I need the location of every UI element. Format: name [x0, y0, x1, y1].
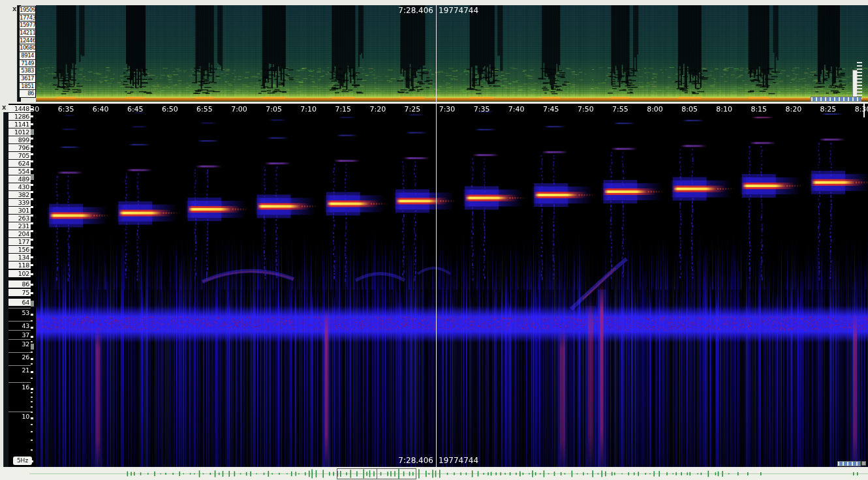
- spectrogram-top-canvas[interactable]: [36, 5, 868, 102]
- freq-label-main: 204: [8, 230, 31, 238]
- time-axis: 6:306:356:406:456:506:557:007:057:107:15…: [0, 104, 868, 115]
- time-tick-label: 7:35: [474, 104, 490, 114]
- freq-tick: [31, 215, 33, 217]
- freq-tick: [31, 138, 33, 140]
- playback-cursor-top: [436, 5, 437, 102]
- freq-label-top: 1851: [20, 83, 35, 91]
- freq-label-top: 10680: [20, 44, 35, 52]
- time-tick-label: 7:15: [335, 104, 351, 114]
- time-tick-label: 8:05: [681, 104, 698, 114]
- freq-label-top: 7149: [20, 60, 35, 68]
- freq-label-main: 705: [8, 152, 31, 160]
- freq-label-main: 796: [8, 144, 31, 152]
- freq-label-top: 5383: [20, 67, 35, 75]
- freq-tick: [31, 191, 33, 193]
- freq-label-main: 1012: [8, 128, 31, 136]
- freq-label-main: 177: [8, 238, 31, 246]
- freq-tick: [31, 273, 33, 275]
- waveform-overview-canvas[interactable]: [29, 468, 868, 479]
- freq-tick: [31, 358, 33, 360]
- view-window-box-main[interactable]: [377, 468, 416, 479]
- freq-tick: [31, 292, 33, 294]
- freq-tick: [31, 371, 33, 373]
- time-tick-label: 7:20: [369, 104, 386, 114]
- time-tick-label: 7:50: [578, 104, 594, 114]
- freq-tick: [31, 230, 33, 232]
- freq-label-top: 86: [20, 90, 35, 98]
- freq-tick: [31, 206, 33, 208]
- freq-tick: [31, 222, 33, 224]
- time-tick-label: 7:45: [543, 104, 559, 114]
- freq-tick: [31, 160, 33, 162]
- time-tick-label: 7:30: [439, 104, 456, 114]
- freq-label-main: 554: [8, 168, 31, 175]
- axis-right-edge-marker: [863, 104, 865, 117]
- frequency-ticks-main: [31, 104, 36, 467]
- freq-tick-minor: [31, 406, 33, 408]
- freq-tick-minor: [31, 449, 33, 451]
- time-tick-label: 6:55: [196, 104, 213, 114]
- freq-label-top: 19509: [20, 7, 35, 14]
- freq-tick-minor: [31, 378, 33, 379]
- progress-bar-top: [811, 97, 861, 102]
- freq-tick-minor: [31, 412, 33, 413]
- freq-label-main: 156: [8, 246, 31, 254]
- time-tick-label: 7:10: [300, 104, 317, 114]
- scale-thumb[interactable]: [31, 301, 34, 307]
- freq-tick-minor: [31, 352, 33, 353]
- scale-thumb[interactable]: [31, 129, 34, 135]
- progress-button-main[interactable]: [861, 461, 866, 466]
- freq-label-main: 231: [8, 222, 31, 230]
- cursor-sample-readout-top: 19774744: [439, 6, 478, 15]
- freq-label-main: 624: [8, 160, 31, 168]
- freq-tick-minor: [31, 392, 33, 393]
- freq-label-main: 489: [8, 175, 31, 183]
- freq-tick-minor: [31, 397, 33, 398]
- freq-label-main: 64: [8, 299, 31, 307]
- freq-tick-minor: [31, 440, 33, 441]
- freq-tick: [31, 388, 33, 390]
- time-tick-label: 7:40: [508, 104, 525, 114]
- freq-tick-minor: [31, 363, 33, 365]
- freq-label-main: 339: [8, 199, 31, 207]
- time-tick-label: 8:10: [716, 104, 732, 114]
- freq-label-main: 1141: [8, 121, 31, 128]
- freq-label-main: 26: [8, 352, 31, 361]
- freq-tick-minor: [31, 424, 33, 425]
- app-window: x 19509177431597714211124461068089147149…: [0, 0, 868, 480]
- freq-label-main: 10: [8, 412, 31, 421]
- freq-tick: [31, 108, 33, 110]
- freq-tick: [31, 284, 33, 286]
- cursor-time-readout-main: 7:28.406: [398, 456, 433, 465]
- time-tick-label: 6:45: [127, 104, 144, 114]
- frequency-scale-main: 1448128611411012899796705624554489430382…: [8, 104, 31, 467]
- freq-label-main: 86: [8, 280, 31, 288]
- freq-tick: [31, 168, 33, 170]
- freq-label-main: 102: [8, 270, 31, 278]
- time-tick-label: 6:35: [58, 104, 74, 114]
- spectrogram-main-canvas[interactable]: [36, 104, 868, 467]
- scale-thumb[interactable]: [31, 174, 34, 180]
- freq-tick: [31, 153, 33, 155]
- freq-tick: [31, 336, 33, 338]
- time-tick-label: 8:15: [751, 104, 767, 114]
- zoom-ladder-top[interactable]: [857, 62, 862, 100]
- freq-tick: [31, 460, 33, 462]
- freq-label-main: 21: [8, 365, 31, 374]
- close-pane-top-button[interactable]: x: [12, 6, 16, 12]
- freq-label-main: 430: [8, 183, 31, 191]
- freq-unit-label: 5Hz: [13, 457, 32, 465]
- freq-tick: [31, 256, 33, 258]
- freq-label-top: 8914: [20, 52, 35, 60]
- time-tick-label: 7:55: [612, 104, 628, 114]
- scale-thumb[interactable]: [31, 344, 34, 350]
- view-window-box-top[interactable]: [337, 468, 377, 479]
- close-pane-main-button[interactable]: x: [2, 104, 6, 111]
- freq-tick: [31, 264, 33, 266]
- cursor-sample-readout-main: 19774744: [439, 456, 478, 465]
- freq-tick-minor: [31, 431, 33, 432]
- freq-tick: [31, 145, 33, 147]
- time-tick-label: 8:25: [820, 104, 837, 114]
- freq-tick: [31, 327, 33, 329]
- freq-label-main: 53: [8, 308, 31, 317]
